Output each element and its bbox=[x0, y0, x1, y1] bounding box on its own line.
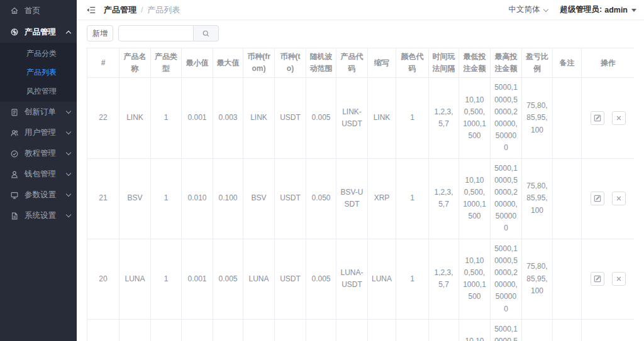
cell-color-code: 1 bbox=[396, 158, 429, 239]
cell-index: 19 bbox=[87, 319, 119, 341]
cell-product-name: LINK bbox=[119, 78, 151, 158]
delete-button[interactable] bbox=[612, 272, 626, 286]
breadcrumb-section[interactable]: 产品管理 bbox=[104, 4, 136, 16]
sidebar-item-label: 产品管理 bbox=[25, 27, 56, 38]
sidebar-item-wallet-management[interactable]: 钱包管理 bbox=[0, 164, 77, 185]
cell-currency-to: USDT bbox=[275, 158, 306, 239]
cell-profit-ratio: 75,80,85,95,100 bbox=[522, 239, 553, 319]
cell-min-value: 0.010 bbox=[182, 158, 213, 239]
cell-product-code: LUNA-USDT bbox=[336, 239, 368, 319]
cell-product-type: 1 bbox=[151, 239, 182, 319]
cell-product-type: 1 bbox=[151, 78, 182, 158]
cell-fluctuation-range: 0.050 bbox=[306, 158, 336, 239]
table-toolbar: 新增 bbox=[87, 25, 634, 41]
sidebar-item-product-list[interactable]: 产品列表 bbox=[0, 63, 77, 82]
chevron-down-icon bbox=[66, 171, 71, 176]
sidebar-collapse-button[interactable] bbox=[85, 4, 97, 16]
chevron-down-icon bbox=[66, 129, 71, 134]
cell-remark bbox=[553, 158, 582, 239]
col-currency-from: 币种(from) bbox=[243, 48, 275, 78]
chevron-down-icon bbox=[66, 150, 71, 155]
sidebar-item-product-management[interactable]: 产品管理 bbox=[0, 21, 77, 43]
cell-product-name: BSV bbox=[119, 158, 151, 239]
cell-max-value: 0.100 bbox=[213, 158, 243, 239]
edit-button[interactable] bbox=[591, 272, 604, 286]
sidebar-item-label: 产品分类 bbox=[26, 48, 57, 59]
sidebar: 首页 产品管理 产品分类 产品列表 风控管理 创新订单 用户管理 bbox=[0, 0, 77, 341]
cell-max-bet: 5000,10000,50000,200000,500000 bbox=[491, 319, 522, 341]
col-profit-ratio: 盈亏比例 bbox=[522, 48, 553, 78]
cell-min-value: 0.001 bbox=[182, 239, 213, 319]
sidebar-item-system-settings[interactable]: 系统设置 bbox=[0, 205, 77, 226]
sidebar-item-label: 风控管理 bbox=[26, 86, 57, 97]
col-min-value: 最小值 bbox=[182, 48, 213, 78]
col-min-bet: 最低投注金额 bbox=[459, 48, 491, 78]
cell-actions bbox=[582, 239, 635, 319]
sidebar-item-user-management[interactable]: 用户管理 bbox=[0, 122, 77, 143]
cell-currency-from: BSV bbox=[243, 158, 275, 239]
cell-profit-ratio: 75,80,85,95,100 bbox=[522, 78, 553, 158]
cell-min-value: 0.001 bbox=[182, 319, 213, 341]
delete-button[interactable] bbox=[612, 192, 626, 205]
col-max-value: 最大值 bbox=[213, 48, 243, 78]
cell-index: 22 bbox=[87, 78, 119, 158]
cell-min-value: 0.001 bbox=[182, 78, 213, 158]
table-header-row: # 产品名称 产品类型 最小值 最大值 币种(from) 币种(to) 随机波动… bbox=[87, 48, 635, 78]
order-icon bbox=[10, 108, 19, 117]
cell-currency-to: USDHKD bbox=[275, 319, 306, 341]
sidebar-item-label: 用户管理 bbox=[25, 127, 56, 138]
chevron-up-icon bbox=[66, 30, 71, 35]
sidebar-item-label: 创新订单 bbox=[25, 107, 56, 117]
wallet-icon bbox=[10, 170, 19, 179]
sidebar-item-label: 产品列表 bbox=[26, 67, 57, 78]
col-abbreviation: 缩写 bbox=[368, 48, 396, 78]
sidebar-item-parameter-settings[interactable]: 参数设置 bbox=[0, 185, 77, 205]
cell-color-code: 1 bbox=[396, 78, 429, 158]
col-actions: 操作 bbox=[582, 48, 635, 78]
sidebar-item-innovation-orders[interactable]: 创新订单 bbox=[0, 102, 77, 122]
edit-button[interactable] bbox=[591, 111, 604, 125]
cell-max-value: 0.005 bbox=[213, 319, 243, 341]
sidebar-item-tutorial-management[interactable]: 教程管理 bbox=[0, 143, 77, 164]
user-menu[interactable]: 超级管理员: admin bbox=[560, 4, 636, 15]
col-time-interval: 时间玩法间隔 bbox=[429, 48, 459, 78]
edit-button[interactable] bbox=[591, 192, 604, 205]
tutorial-icon bbox=[10, 149, 19, 158]
search-button[interactable] bbox=[194, 25, 219, 41]
search-input[interactable] bbox=[118, 25, 194, 41]
add-button[interactable]: 新增 bbox=[87, 25, 113, 41]
sidebar-item-home[interactable]: 首页 bbox=[0, 0, 77, 21]
product-table-wrap: # 产品名称 产品类型 最小值 最大值 币种(from) 币种(to) 随机波动… bbox=[87, 48, 634, 341]
main-content: 产品管理 / 产品列表 中文简体 超级管理员: admin 新增 bbox=[77, 0, 644, 341]
cell-time-interval: 1,2,3,5,7 bbox=[429, 319, 459, 341]
sidebar-item-label: 参数设置 bbox=[25, 190, 56, 200]
cell-time-interval: 1,2,3,5,7 bbox=[429, 78, 459, 158]
home-icon bbox=[10, 6, 19, 15]
product-table: # 产品名称 产品类型 最小值 最大值 币种(from) 币种(to) 随机波动… bbox=[87, 48, 634, 341]
chevron-down-icon bbox=[66, 109, 71, 114]
cell-index: 20 bbox=[87, 239, 119, 319]
cell-product-code: BSV-USDT bbox=[336, 158, 368, 239]
edit-icon bbox=[594, 114, 601, 122]
language-selector[interactable]: 中文简体 bbox=[509, 4, 548, 15]
search-icon bbox=[202, 30, 210, 38]
delete-button[interactable] bbox=[612, 111, 626, 125]
caret-down-icon bbox=[631, 9, 636, 12]
col-fluctuation-range: 随机波动范围 bbox=[306, 48, 336, 78]
cell-product-name: LUNA bbox=[119, 239, 151, 319]
table-row: 21 BSV 1 0.010 0.100 BSV USDT 0.050 BSV-… bbox=[87, 158, 635, 239]
cell-time-interval: 1,2,3,5,7 bbox=[429, 158, 459, 239]
close-icon bbox=[615, 114, 623, 122]
col-currency-to: 币种(to) bbox=[275, 48, 306, 78]
cell-min-bet: 10,100,500,1000,1500 bbox=[459, 158, 491, 239]
sidebar-item-product-categories[interactable]: 产品分类 bbox=[0, 44, 77, 63]
col-max-bet: 最高投注金额 bbox=[491, 48, 522, 78]
close-icon bbox=[615, 195, 623, 202]
users-icon bbox=[10, 129, 19, 138]
top-bar: 产品管理 / 产品列表 中文简体 超级管理员: admin bbox=[77, 0, 644, 20]
cell-min-bet: 10,100,500,1000,1500 bbox=[459, 78, 491, 158]
col-product-type: 产品类型 bbox=[151, 48, 182, 78]
cell-product-name: HKD/USD bbox=[119, 319, 151, 341]
sidebar-item-risk-management[interactable]: 风控管理 bbox=[0, 82, 77, 100]
cell-fluctuation-range: 0.005 bbox=[306, 239, 336, 319]
